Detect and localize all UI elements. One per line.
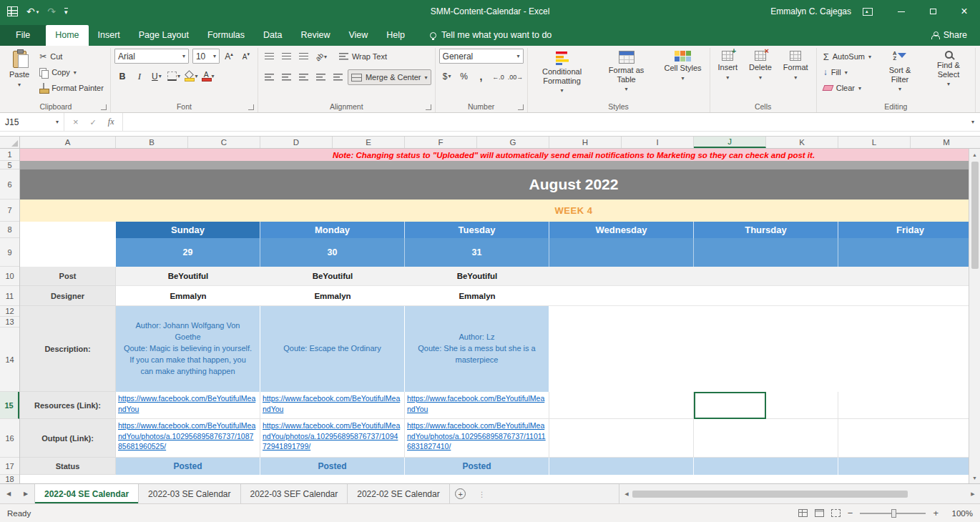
status-cell-sunday[interactable]: Posted	[116, 458, 260, 475]
horizontal-scroll-track[interactable]	[632, 490, 967, 498]
redo-button[interactable]	[47, 6, 56, 16]
zoom-level[interactable]: 100%	[946, 509, 973, 518]
italic-button[interactable]	[132, 69, 147, 84]
increase-font-size-button[interactable]	[221, 49, 237, 64]
formula-input[interactable]	[123, 113, 966, 131]
accounting-format-button[interactable]	[439, 69, 455, 84]
font-color-button[interactable]	[200, 69, 216, 84]
undo-button[interactable]: ▾	[26, 6, 39, 16]
post-cell-wednesday[interactable]	[549, 267, 694, 286]
vertical-scrollbar[interactable]: ▲ ▼	[969, 149, 980, 483]
orientation-button[interactable]	[313, 49, 329, 64]
tab-help[interactable]: Help	[377, 25, 414, 46]
dialog-launcher-icon[interactable]	[426, 104, 431, 110]
enter-icon[interactable]	[90, 117, 97, 127]
status-cell-tuesday[interactable]: Posted	[405, 458, 549, 475]
description-cell-wednesday[interactable]	[549, 306, 694, 392]
tab-formulas[interactable]: Formulas	[198, 25, 254, 46]
cell-styles-button[interactable]: Cell Styles	[660, 49, 706, 84]
underline-button[interactable]	[149, 69, 165, 84]
page-break-view-icon[interactable]	[831, 509, 841, 517]
output-cell-tuesday[interactable]: https://www.facebook.com/BeYoutifulMeand…	[405, 419, 549, 458]
designer-cell-wednesday[interactable]	[549, 286, 694, 306]
merge-center-button[interactable]: Merge & Center	[348, 69, 431, 85]
vertical-scroll-thumb[interactable]	[971, 162, 979, 269]
tab-file[interactable]: File	[0, 25, 46, 46]
row-header-11[interactable]: 11	[0, 286, 19, 306]
column-header-i[interactable]: I	[622, 137, 694, 148]
output-cell-wednesday[interactable]	[549, 419, 694, 458]
row-header-10[interactable]: 10	[0, 267, 19, 286]
paste-button[interactable]: Paste	[5, 49, 34, 90]
column-header-m[interactable]: M	[911, 137, 980, 148]
dialog-launcher-icon[interactable]	[518, 104, 524, 110]
close-button[interactable]	[949, 0, 980, 23]
column-header-g[interactable]: G	[477, 137, 549, 148]
align-right-button[interactable]	[296, 70, 312, 85]
column-header-j[interactable]: J	[694, 137, 766, 148]
output-row-label[interactable]: Output (Link):	[20, 419, 116, 458]
tell-me-search[interactable]: Tell me what you want to do	[426, 25, 556, 46]
resources-cell-monday[interactable]: https://www.facebook.com/BeYoutifulMeand…	[260, 392, 405, 419]
column-header-d[interactable]: D	[260, 137, 333, 148]
insert-cells-button[interactable]: Insert	[714, 49, 743, 83]
cut-button[interactable]: Cut	[36, 49, 107, 64]
empty-cell[interactable]	[20, 222, 116, 238]
page-layout-view-icon[interactable]	[815, 509, 824, 517]
sheet-tab-2022-02[interactable]: 2022-02 SE Calendar	[348, 484, 449, 503]
date-cell-monday[interactable]: 30	[260, 238, 405, 267]
percent-style-button[interactable]	[456, 69, 472, 84]
output-cell-monday[interactable]: https://www.facebook.com/BeYoutifulMeand…	[260, 419, 405, 458]
month-title-row[interactable]: August 2022	[20, 169, 969, 200]
row-header-14[interactable]: 14	[0, 328, 19, 392]
resource-link[interactable]: https://www.facebook.com/BeYoutifulMeand…	[263, 394, 400, 413]
format-cells-button[interactable]: Format	[779, 49, 813, 83]
date-cell-wednesday[interactable]	[549, 238, 694, 267]
description-cell-tuesday[interactable]: Author: Lz Qoute: She is a mess but she …	[405, 306, 549, 392]
day-header-sunday[interactable]: Sunday	[116, 222, 260, 238]
sheet-tab-2022-03-sef[interactable]: 2022-03 SEF Calendar	[241, 484, 348, 503]
output-cell-thursday[interactable]	[694, 419, 838, 458]
description-row-label[interactable]: Description:	[20, 306, 116, 392]
row-header-1[interactable]: 1	[0, 149, 19, 161]
output-cell-friday[interactable]	[838, 419, 969, 458]
decrease-font-size-button[interactable]	[238, 49, 254, 64]
status-row-label[interactable]: Status	[20, 458, 116, 475]
increase-indent-button[interactable]	[330, 70, 346, 85]
cancel-icon[interactable]	[73, 117, 79, 127]
comma-style-button[interactable]	[474, 69, 489, 84]
align-bottom-button[interactable]	[296, 49, 312, 64]
post-cell-tuesday[interactable]: BeYoutiful	[405, 267, 549, 286]
date-cell-thursday[interactable]	[694, 238, 838, 267]
sort-filter-button[interactable]: Sort & Filter	[877, 49, 923, 94]
name-box[interactable]: J15	[0, 113, 64, 131]
post-row-label[interactable]: Post	[20, 267, 116, 286]
column-header-c[interactable]: C	[188, 137, 260, 148]
autosum-button[interactable]: AutoSum	[820, 49, 874, 64]
day-header-monday[interactable]: Monday	[260, 222, 405, 238]
row-header-18[interactable]: 18	[0, 475, 19, 483]
account-name[interactable]: Emmalyn C. Cajegas	[770, 6, 851, 16]
designer-cell-monday[interactable]: Emmalyn	[260, 286, 405, 306]
zoom-slider[interactable]	[860, 513, 926, 514]
minimize-button[interactable]	[886, 0, 917, 23]
borders-button[interactable]	[166, 69, 182, 84]
tab-home[interactable]: Home	[46, 25, 88, 46]
note-row[interactable]: Note: Changing status to "Uploaded" will…	[20, 149, 969, 161]
decrease-decimal-button[interactable]	[508, 69, 524, 84]
resource-link[interactable]: https://www.facebook.com/BeYoutifulMeand…	[407, 394, 544, 413]
copy-button[interactable]: Copy	[36, 64, 107, 80]
day-header-thursday[interactable]: Thursday	[694, 222, 838, 238]
format-painter-button[interactable]: Format Painter	[36, 80, 107, 96]
sheet-nav-right-arrow[interactable]: ▶	[17, 484, 34, 503]
designer-cell-sunday[interactable]: Emmalyn	[116, 286, 260, 306]
tab-review[interactable]: Review	[291, 25, 339, 46]
row-header-12[interactable]: 12	[0, 306, 19, 317]
designer-cell-thursday[interactable]	[694, 286, 838, 306]
output-cell-sunday[interactable]: https://www.facebook.com/BeYoutifulMeand…	[116, 419, 260, 458]
description-cell-thursday[interactable]	[694, 306, 838, 392]
row-header-6[interactable]: 6	[0, 169, 19, 200]
column-header-b[interactable]: B	[116, 137, 188, 148]
new-sheet-button[interactable]	[450, 484, 471, 503]
align-top-button[interactable]	[262, 49, 278, 64]
